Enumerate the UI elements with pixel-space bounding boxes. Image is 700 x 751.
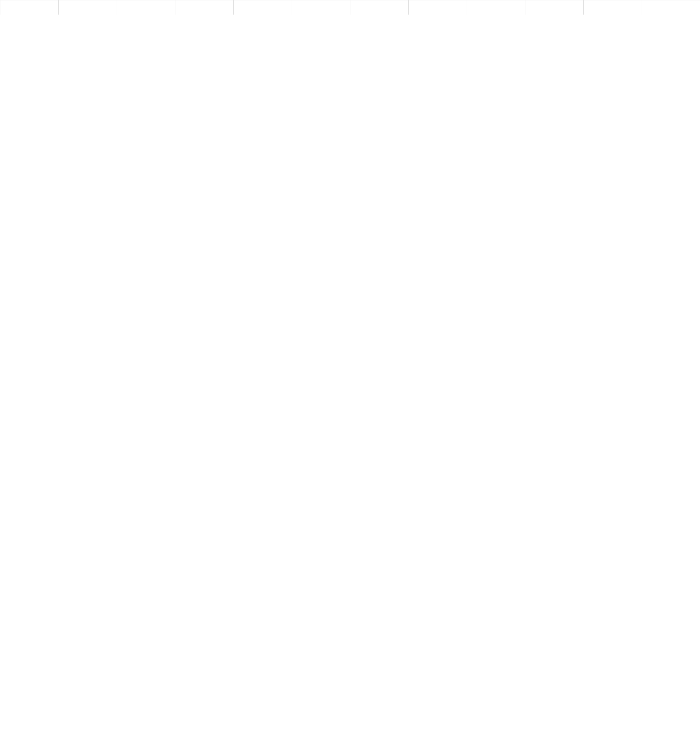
canvas: ちばけん＊ 変換 ちばけんふなばしし* 変換 ちばけんふっつし＊ 1ちばけんふな… (0, 0, 700, 15)
